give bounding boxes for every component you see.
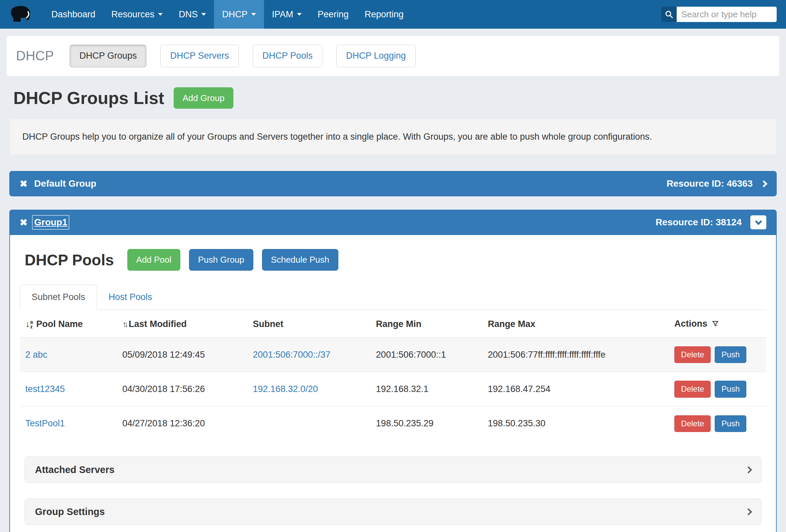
nav-item-reporting[interactable]: Reporting (357, 0, 412, 29)
accordion-label: Attached Servers (35, 464, 115, 475)
range-max-cell: 198.50.235.30 (483, 406, 669, 441)
header-label: Last Modified (129, 319, 187, 329)
close-icon[interactable]: ✖ (20, 217, 27, 228)
page-head: DHCP Groups List Add Group (13, 87, 777, 109)
header-label: Pool Name (36, 319, 83, 329)
page-title: DHCP Groups List (13, 88, 164, 108)
search-icon[interactable] (661, 7, 677, 22)
push-button[interactable]: Push (715, 346, 746, 363)
mammoth-logo-icon (9, 4, 32, 24)
add-group-button[interactable]: Add Group (174, 87, 234, 109)
header-label: Subnet (253, 319, 284, 329)
header-actions[interactable]: Actions (669, 310, 766, 338)
group-bar-default-group[interactable]: ✖ Default Group Resource ID: 46363 (9, 171, 777, 196)
push-button[interactable]: Push (715, 415, 746, 432)
tab-host-pools[interactable]: Host Pools (97, 285, 164, 310)
header-label: Range Min (376, 319, 422, 329)
range-max-cell: 192.168.47.254 (483, 372, 669, 406)
nav-item-label: Dashboard (51, 9, 95, 20)
pool-name-link[interactable]: test12345 (25, 384, 65, 394)
header-pool-name[interactable]: ↓ az Pool Name (20, 310, 117, 338)
subnav-tab-dhcp-servers[interactable]: DHCP Servers (160, 45, 239, 67)
nav-item-dhcp[interactable]: DHCP (214, 0, 264, 29)
pool-tabs: Subnet Pools Host Pools (20, 285, 766, 310)
intro-text: DHCP Groups help you to organize all of … (9, 119, 777, 155)
schedule-push-button[interactable]: Schedule Push (262, 249, 338, 271)
tab-subnet-pools[interactable]: Subnet Pools (20, 285, 97, 310)
group-name-link[interactable]: Group1 (34, 217, 67, 228)
nav-item-dashboard[interactable]: Dashboard (43, 0, 103, 29)
chevron-down-icon (251, 13, 256, 16)
nav-item-label: Peering (318, 9, 349, 20)
subnet-link[interactable]: 192.168.32.0/20 (253, 384, 318, 394)
delete-button[interactable]: Delete (674, 346, 711, 363)
last-modified-cell: 04/30/2018 17:56:26 (117, 372, 248, 406)
subnet-pools-table: ↓ az Pool Name ↑↓Last Modified Subnet Ra… (20, 310, 766, 441)
resource-id-label: Resource ID: 38124 (656, 217, 742, 228)
range-max-cell: 2001:506:77ff:ffff:ffff:ffff:ffff:fffe (483, 337, 669, 372)
group-name: Default Group (34, 178, 96, 189)
top-navbar: Dashboard Resources DNS DHCP IPAM Peerin… (0, 0, 786, 29)
section-label: DHCP (16, 48, 54, 63)
header-label: Actions (674, 319, 707, 329)
table-header-row: ↓ az Pool Name ↑↓Last Modified Subnet Ra… (20, 310, 766, 338)
delete-button[interactable]: Delete (674, 381, 711, 397)
delete-button[interactable]: Delete (674, 415, 711, 432)
last-modified-cell: 05/09/2018 12:49:45 (117, 337, 248, 372)
accordion-label: Group Settings (35, 506, 105, 517)
table-row: 2 abc 05/09/2018 12:49:45 2001:506:7000:… (20, 337, 766, 372)
nav-item-label: Resources (111, 9, 154, 20)
header-range-min[interactable]: Range Min (371, 310, 483, 338)
add-pool-button[interactable]: Add Pool (127, 249, 181, 271)
collapse-toggle-button[interactable] (750, 215, 766, 229)
push-group-button[interactable]: Push Group (189, 249, 253, 271)
range-min-cell: 192.168.32.1 (371, 372, 483, 406)
table-row: test12345 04/30/2018 17:56:26 192.168.32… (20, 372, 766, 406)
dhcp-subnav: DHCP DHCP Groups DHCP Servers DHCP Pools… (7, 36, 779, 76)
table-row: TestPool1 04/27/2018 12:36:20 198.50.235… (20, 406, 766, 441)
group1-panel: DHCP Pools Add Pool Push Group Schedule … (9, 235, 777, 532)
nav-item-label: DNS (179, 9, 198, 20)
chevron-down-icon (755, 218, 762, 225)
brand-logo[interactable] (9, 4, 32, 24)
chevron-right-icon[interactable] (760, 180, 767, 187)
nav-item-peering[interactable]: Peering (310, 0, 357, 29)
header-range-max[interactable]: Range Max (483, 310, 669, 338)
pools-head: DHCP Pools Add Pool Push Group Schedule … (25, 249, 766, 271)
pools-title: DHCP Pools (25, 251, 114, 269)
subnet-link[interactable]: 2001:506:7000::/37 (253, 350, 331, 360)
nav-item-label: Reporting (365, 9, 404, 20)
group-bar-group1[interactable]: ✖ Group1 Resource ID: 38124 (9, 210, 777, 235)
chevron-down-icon (158, 13, 163, 16)
group-settings-accordion[interactable]: Group Settings (25, 499, 761, 525)
chevron-right-icon (745, 466, 752, 473)
range-min-cell: 198.50.235.29 (371, 406, 483, 441)
nav-item-label: IPAM (272, 9, 293, 20)
sort-alpha-icon: ↓ az (25, 320, 33, 329)
resource-id-label: Resource ID: 46363 (667, 178, 753, 189)
attached-servers-accordion[interactable]: Attached Servers (25, 457, 761, 483)
filter-icon[interactable] (711, 320, 719, 330)
nav-item-ipam[interactable]: IPAM (264, 0, 310, 29)
pool-name-link[interactable]: 2 abc (25, 350, 47, 360)
last-modified-cell: 04/27/2018 12:36:20 (117, 406, 248, 441)
pool-name-link[interactable]: TestPool1 (25, 418, 65, 428)
range-min-cell: 2001:506:7000::1 (371, 337, 483, 372)
global-search (661, 7, 777, 22)
header-subnet[interactable]: Subnet (248, 310, 371, 338)
close-icon[interactable]: ✖ (20, 178, 27, 189)
nav-item-dns[interactable]: DNS (171, 0, 214, 29)
nav-item-label: DHCP (222, 9, 248, 20)
subnav-tab-dhcp-groups[interactable]: DHCP Groups (70, 45, 146, 67)
header-last-modified[interactable]: ↑↓Last Modified (117, 310, 248, 338)
nav-item-resources[interactable]: Resources (103, 0, 171, 29)
chevron-down-icon (297, 13, 302, 16)
header-label: Range Max (488, 319, 536, 329)
push-button[interactable]: Push (715, 381, 746, 397)
sort-updown-icon: ↑↓ (122, 319, 126, 329)
chevron-right-icon (745, 508, 752, 515)
chevron-down-icon (201, 13, 206, 16)
search-input[interactable] (677, 7, 777, 22)
subnav-tab-dhcp-logging[interactable]: DHCP Logging (336, 45, 416, 67)
subnav-tab-dhcp-pools[interactable]: DHCP Pools (253, 45, 322, 67)
